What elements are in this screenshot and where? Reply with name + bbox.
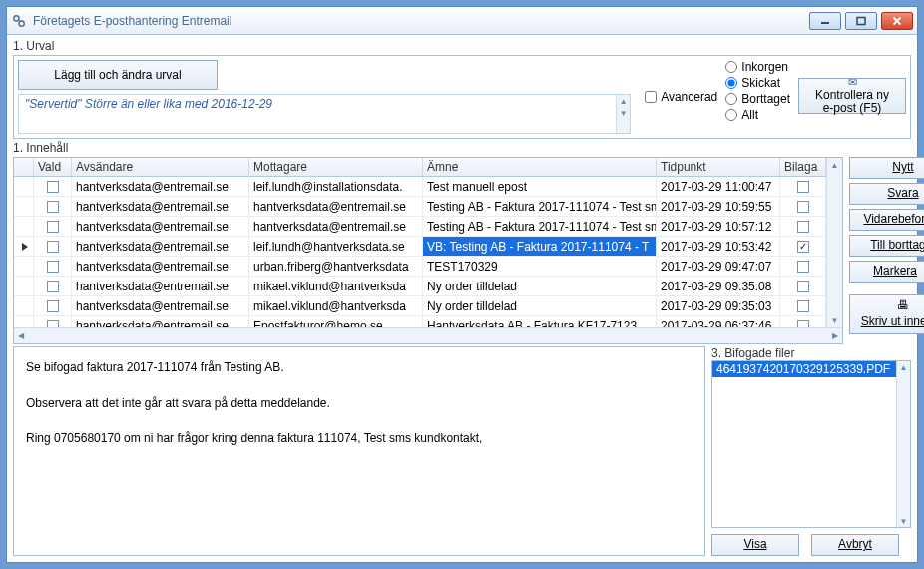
printer-icon: 🖶 — [897, 299, 909, 313]
table-row[interactable]: hantverksdata@entremail.semikael.viklund… — [14, 296, 826, 316]
svg-rect-4 — [857, 17, 865, 24]
cell-recipient: leif.lundh@hantverksdata.se — [249, 237, 423, 256]
table-row[interactable]: hantverksdata@entremail.seleif.lundh@ins… — [14, 177, 826, 197]
urval-panel: Lägg till och ändra urval "Servertid" St… — [13, 55, 911, 139]
main-window: Företagets E-posthantering Entremail 1. … — [6, 6, 918, 563]
message-body[interactable]: Se bifogad faktura 2017-111074 från Test… — [13, 346, 705, 556]
table-row[interactable]: hantverksdata@entremail.semikael.viklund… — [14, 277, 826, 296]
cell-vald[interactable] — [34, 316, 72, 327]
radio-all[interactable]: Allt — [725, 108, 790, 122]
cell-attachment[interactable] — [780, 296, 826, 315]
col-time[interactable]: Tidpunkt — [657, 158, 780, 176]
row-indicator — [14, 237, 34, 256]
scroll-down-icon[interactable]: ▼ — [617, 107, 630, 119]
radio-deleted[interactable]: Borttaget — [725, 92, 790, 106]
attachment-item[interactable]: 4641937420170329125339.PDF — [712, 361, 910, 377]
table-row[interactable]: hantverksdata@entremail.sehantverksdata@… — [14, 217, 826, 237]
check-mail-button[interactable]: ✉ Kontrollera ny e-post (F5) — [798, 78, 906, 114]
maximize-button[interactable] — [845, 12, 877, 30]
col-vald[interactable]: Vald — [34, 158, 72, 176]
attach-scrollbar[interactable]: ▲ ▼ — [896, 361, 910, 527]
message-line: Se bifogad faktura 2017-111074 från Test… — [26, 357, 693, 379]
filter-display[interactable]: "Servertid" Större än eller lika med 201… — [18, 94, 631, 134]
scroll-up-icon[interactable]: ▲ — [617, 95, 630, 107]
grid-hscroll[interactable]: ◀ ▶ — [14, 327, 842, 343]
cell-attachment[interactable] — [780, 217, 826, 236]
cell-attachment[interactable] — [780, 316, 826, 327]
attachment-list[interactable]: 4641937420170329125339.PDF ▲ ▼ — [711, 360, 911, 528]
cell-attachment[interactable] — [780, 257, 826, 276]
cell-attachment[interactable] — [780, 197, 826, 216]
radio-inbox[interactable]: Inkorgen — [725, 60, 790, 74]
cell-vald[interactable] — [34, 257, 72, 276]
advanced-checkbox[interactable]: Avancerad — [645, 90, 717, 104]
grid-vscroll[interactable]: ▲ ▼ — [826, 158, 842, 327]
cell-sender: hantverksdata@entremail.se — [72, 237, 249, 256]
cell-recipient: leif.lundh@installationsdata. — [249, 177, 423, 196]
cell-attachment[interactable] — [780, 237, 826, 256]
mark-button[interactable]: Markera▼ — [849, 261, 924, 283]
cell-attachment[interactable] — [780, 277, 826, 295]
grid-header[interactable]: Vald Avsändare Mottagare Ämne Tidpunkt B… — [14, 158, 826, 177]
print-button[interactable]: 🖶 Skriv ut innehåll — [849, 294, 924, 334]
cell-vald[interactable] — [34, 237, 72, 256]
row-indicator — [14, 257, 34, 276]
scroll-right-icon[interactable]: ▶ — [828, 331, 842, 340]
cell-vald[interactable] — [34, 197, 72, 216]
section-attachments-label: 3. Bifogade filer — [711, 346, 911, 360]
message-line: Ring 0705680170 om ni har frågor kring d… — [26, 428, 693, 450]
message-line: Observera att det inte går att svara på … — [26, 393, 693, 415]
cell-recipient: mikael.viklund@hantverksda — [249, 277, 423, 295]
table-row[interactable]: hantverksdata@entremail.seurban.friberg@… — [14, 257, 826, 277]
close-button[interactable] — [881, 12, 913, 30]
table-row[interactable]: hantverksdata@entremail.sehantverksdata@… — [14, 197, 826, 217]
scroll-up-icon[interactable]: ▲ — [897, 361, 910, 373]
col-recipient[interactable]: Mottagare — [249, 158, 423, 176]
cell-sender: hantverksdata@entremail.se — [72, 217, 249, 236]
cell-time: 2017-03-29 10:53:42 — [657, 237, 780, 256]
delete-button[interactable]: Till borttaget — [849, 235, 924, 257]
minimize-button[interactable] — [809, 12, 841, 30]
mail-icon: ✉ — [848, 76, 857, 89]
cell-vald[interactable] — [34, 177, 72, 196]
filter-scrollbar[interactable]: ▲ ▼ — [616, 95, 630, 133]
cancel-button[interactable]: Avbryt — [811, 534, 899, 556]
mail-grid[interactable]: Vald Avsändare Mottagare Ämne Tidpunkt B… — [13, 157, 843, 344]
show-button[interactable]: Visa — [711, 534, 799, 556]
table-row[interactable]: hantverksdata@entremail.seEpostfakturor@… — [14, 316, 826, 327]
new-button[interactable]: Nytt — [849, 157, 924, 179]
cell-time: 2017-03-29 09:35:08 — [657, 277, 780, 295]
scroll-down-icon[interactable]: ▼ — [827, 313, 842, 327]
cell-time: 2017-03-29 09:47:07 — [657, 257, 780, 276]
reply-button[interactable]: Svara — [849, 183, 924, 205]
col-attachment[interactable]: Bilaga — [780, 158, 826, 176]
cell-vald[interactable] — [34, 217, 72, 236]
radio-sent[interactable]: Skickat — [725, 76, 790, 90]
section-urval-label: 1. Urval — [13, 39, 911, 53]
col-sender[interactable]: Avsändare — [72, 158, 249, 176]
cell-vald[interactable] — [34, 296, 72, 315]
cell-recipient: hantverksdata@entremail.se — [249, 217, 423, 236]
cell-attachment[interactable] — [780, 177, 826, 196]
cell-recipient: urban.friberg@hantverksdata — [249, 257, 423, 276]
table-row[interactable]: hantverksdata@entremail.seleif.lundh@han… — [14, 237, 826, 257]
cell-recipient: hantverksdata@entremail.se — [249, 197, 423, 216]
scroll-left-icon[interactable]: ◀ — [14, 331, 28, 340]
forward-button[interactable]: Vidarebefordra — [849, 209, 924, 231]
row-indicator — [14, 316, 34, 327]
cell-vald[interactable] — [34, 277, 72, 295]
scroll-up-icon[interactable]: ▲ — [827, 158, 842, 172]
app-icon — [11, 13, 27, 29]
cell-subject: TEST170329 — [423, 257, 657, 276]
cell-recipient: Epostfakturor@hemo.se — [249, 316, 423, 327]
cell-subject: VB: Testing AB - Faktura 2017-111074 - T — [423, 237, 657, 256]
cell-subject: Ny order tilldelad — [423, 277, 657, 295]
titlebar[interactable]: Företagets E-posthantering Entremail — [7, 7, 917, 35]
filter-text: "Servertid" Större än eller lika med 201… — [25, 97, 272, 111]
cell-sender: hantverksdata@entremail.se — [72, 197, 249, 216]
cell-sender: hantverksdata@entremail.se — [72, 316, 249, 327]
col-subject[interactable]: Ämne — [423, 158, 657, 176]
scroll-down-icon[interactable]: ▼ — [897, 515, 910, 527]
add-filter-button[interactable]: Lägg till och ändra urval — [18, 60, 218, 90]
row-indicator — [14, 217, 34, 236]
